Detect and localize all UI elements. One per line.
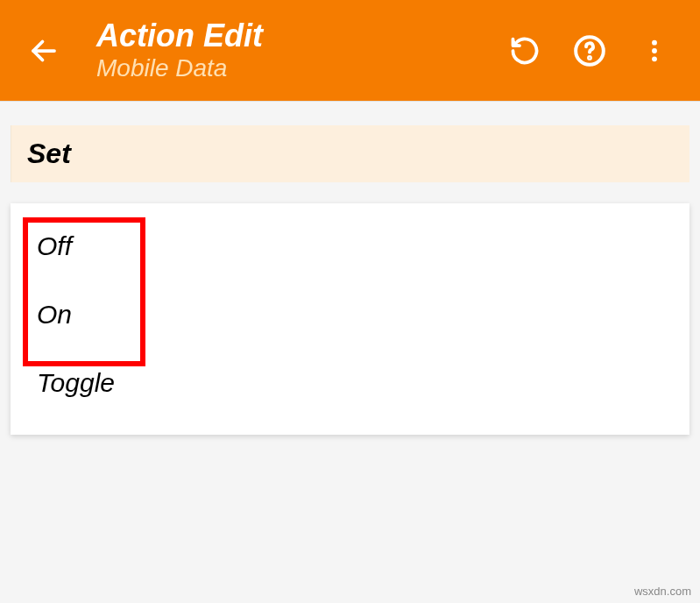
arrow-back-icon <box>28 35 60 67</box>
undo-button[interactable] <box>506 32 544 70</box>
app-bar: Action Edit Mobile Data <box>0 0 700 101</box>
back-button[interactable] <box>18 25 70 77</box>
svg-point-4 <box>652 48 657 53</box>
watermark: wsxdn.com <box>634 585 691 598</box>
page-subtitle: Mobile Data <box>96 54 506 82</box>
title-block: Action Edit Mobile Data <box>96 18 506 83</box>
page-title: Action Edit <box>96 18 506 53</box>
content-area: Set Off On Toggle <box>0 101 700 435</box>
toolbar-actions <box>506 32 674 70</box>
undo-icon <box>509 35 541 67</box>
option-off[interactable]: Off <box>11 212 689 280</box>
option-toggle[interactable]: Toggle <box>11 349 689 417</box>
help-icon <box>573 34 606 67</box>
svg-point-3 <box>652 39 657 45</box>
help-button[interactable] <box>570 32 609 70</box>
more-button[interactable] <box>635 32 674 70</box>
section-header: Set <box>11 125 689 182</box>
option-on[interactable]: On <box>11 280 689 349</box>
more-vert-icon <box>640 37 668 65</box>
svg-point-2 <box>589 56 590 58</box>
svg-point-5 <box>652 56 657 61</box>
options-dropdown: Off On Toggle <box>11 203 689 435</box>
